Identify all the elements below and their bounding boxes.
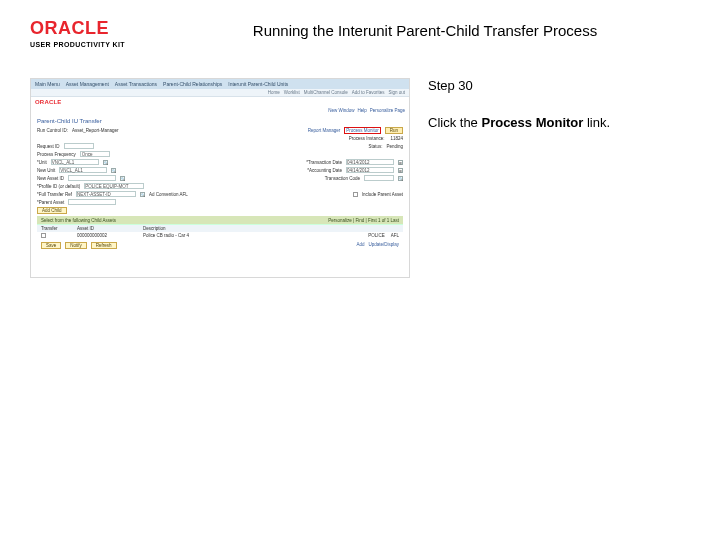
lookup-icon[interactable]: 🔍	[398, 176, 403, 181]
breadcrumb: Main Menu Asset Management Asset Transac…	[31, 79, 409, 89]
checkbox-icon[interactable]	[41, 233, 46, 238]
full-transfer-field[interactable]: NEXT-ASSET-ID	[76, 191, 136, 197]
grid-personalize-link[interactable]: Personalize | Find |	[328, 218, 366, 223]
profile-id-label: *Profile ID (or default)	[37, 184, 80, 189]
breadcrumb-item[interactable]: Asset Management	[66, 81, 109, 87]
instruction-target: Process Monitor	[481, 115, 583, 130]
lookup-icon[interactable]: 🔍	[140, 192, 145, 197]
unit-label: *Unit	[37, 160, 47, 165]
trans-date-field[interactable]: 04/14/2012	[346, 159, 394, 165]
include-parent-label: Include Parent Asset	[362, 192, 403, 197]
lookup-icon[interactable]: 🔍	[120, 176, 125, 181]
trans-date-label: *Transaction Date	[306, 160, 342, 165]
process-monitor-link[interactable]: Process Monitor	[344, 127, 381, 134]
notify-button[interactable]: Notify	[65, 242, 87, 249]
grid-header: Select from the following Child Assets P…	[37, 216, 403, 224]
status-label: Status:	[368, 144, 382, 149]
instruction-text: Click the Process Monitor link.	[428, 115, 690, 130]
new-asset-id-field[interactable]	[68, 175, 116, 181]
refresh-button[interactable]: Refresh	[91, 242, 117, 249]
parent-asset-label: *Parent Asset	[37, 200, 64, 205]
instruction-post: link.	[583, 115, 610, 130]
new-asset-id-label: New Asset ID	[37, 176, 64, 181]
breadcrumb-item[interactable]: Asset Transactions	[115, 81, 157, 87]
app-oracle-logo: ORACLE	[35, 99, 62, 105]
checkbox-icon[interactable]	[353, 192, 358, 197]
new-unit-field[interactable]: VNCL_AL1	[59, 167, 107, 173]
global-links: Home Worklist MultiChannel Console Add t…	[31, 89, 409, 97]
calendar-icon[interactable]: ▦	[398, 168, 403, 173]
multichannel-link[interactable]: MultiChannel Console	[304, 90, 348, 95]
report-manager-link[interactable]: Report Manager	[308, 128, 341, 133]
process-instance-value: 11824	[390, 136, 403, 141]
favorites-link[interactable]: Add to Favorites	[352, 90, 385, 95]
update-display-link[interactable]: Update/Display	[368, 242, 399, 249]
worklist-link[interactable]: Worklist	[284, 90, 300, 95]
process-instance-label: Process Instance:	[349, 136, 385, 141]
lookup-icon[interactable]: 🔍	[103, 160, 108, 165]
run-control-value: Asset_Report-Manager	[72, 128, 119, 133]
cell-profile: POLICE	[368, 233, 385, 239]
cell-description: Police CB radio - Car 4	[143, 233, 362, 239]
new-window-link[interactable]: New Window	[328, 108, 354, 113]
status-value: Pending	[386, 144, 403, 149]
table-row: 000000000002 Police CB radio - Car 4 POL…	[37, 232, 403, 240]
grid-title: Select from the following Child Assets	[41, 218, 116, 223]
calendar-icon[interactable]: ▦	[398, 160, 403, 165]
cell-asset-id: 000000000002	[77, 233, 137, 239]
unit-field[interactable]: VNCL_AL1	[51, 159, 99, 165]
home-link[interactable]: Home	[268, 90, 280, 95]
request-id-field[interactable]	[64, 143, 94, 149]
add-child-button[interactable]: Add Child	[37, 207, 67, 214]
col-transfer: Transfer	[41, 226, 71, 231]
breadcrumb-item[interactable]: Interunit Parent-Child Units	[228, 81, 288, 87]
ad-convention-label: Ad Convention AFL	[149, 192, 188, 197]
process-frequency-field[interactable]: Once	[80, 151, 110, 157]
oracle-brand-block: ORACLE USER PRODUCTIVITY KIT	[30, 18, 160, 48]
step-number: Step 30	[428, 78, 690, 93]
new-unit-label: New Unit	[37, 168, 55, 173]
parent-asset-field[interactable]	[68, 199, 116, 205]
full-transfer-label: *Full Transfer Ref	[37, 192, 72, 197]
acctg-date-label: *Accounting Date	[307, 168, 342, 173]
acctg-date-field[interactable]: 04/14/2012	[346, 167, 394, 173]
col-description: Description	[143, 226, 399, 231]
profile-id-field[interactable]: POLICE EQUIP-MOT	[84, 183, 144, 189]
lookup-icon[interactable]: 🔍	[111, 168, 116, 173]
breadcrumb-item[interactable]: Main Menu	[35, 81, 60, 87]
page-title: Parent-Child IU Transfer	[37, 118, 403, 124]
personalize-page-link[interactable]: Personalize Page	[370, 108, 405, 113]
cell-convention: AFL	[391, 233, 399, 239]
application-screenshot: Main Menu Asset Management Asset Transac…	[30, 78, 410, 278]
oracle-logo: ORACLE	[30, 18, 160, 39]
trans-code-field[interactable]	[364, 175, 394, 181]
upk-subbrand: USER PRODUCTIVITY KIT	[30, 41, 160, 48]
add-link[interactable]: Add	[356, 242, 364, 249]
run-button[interactable]: Run	[385, 127, 403, 134]
process-frequency-label: Process Frequency	[37, 152, 76, 157]
help-link[interactable]: Help	[357, 108, 366, 113]
trans-code-label: Transaction Code	[325, 176, 360, 181]
request-id-label: Request ID	[37, 144, 60, 149]
grid-nav[interactable]: First 1 of 1 Last	[368, 218, 399, 223]
instruction-panel: Step 30 Click the Process Monitor link.	[428, 78, 690, 278]
col-asset-id: Asset ID	[77, 226, 137, 231]
save-button[interactable]: Save	[41, 242, 61, 249]
run-control-label: Run Control ID:	[37, 128, 68, 133]
document-title: Running the Interunit Parent-Child Trans…	[160, 18, 690, 39]
instruction-pre: Click the	[428, 115, 481, 130]
breadcrumb-item[interactable]: Parent-Child Relationships	[163, 81, 222, 87]
signout-link[interactable]: Sign out	[388, 90, 405, 95]
